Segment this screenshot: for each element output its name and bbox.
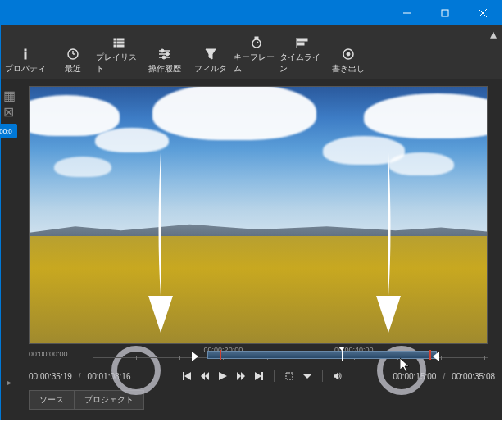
- svg-rect-14: [117, 45, 124, 47]
- play-button[interactable]: [217, 370, 229, 382]
- current-timecode[interactable]: 00:00:35:19: [29, 372, 72, 381]
- list-icon: [111, 35, 126, 50]
- toolbar-label: 最近: [65, 63, 81, 75]
- tab-project[interactable]: プロジェクト: [74, 390, 144, 410]
- svg-rect-4: [25, 49, 26, 51]
- toolbar-label: 書き出し: [332, 63, 365, 75]
- close-button[interactable]: [464, 1, 502, 25]
- svg-rect-11: [114, 42, 116, 43]
- skip-end-button[interactable]: [253, 370, 265, 382]
- tab-row: ソース プロジェクト: [1, 385, 502, 410]
- svg-line-24: [257, 42, 258, 43]
- svg-rect-33: [261, 372, 263, 380]
- app-window: ▴ プロパティ 最近 プレイリスト 操作履歴 フィルタ キーフレーム タイ: [0, 0, 502, 420]
- svg-rect-10: [117, 39, 124, 40]
- svg-rect-31: [438, 352, 439, 361]
- toolbar-label: キーフレーム: [234, 52, 279, 75]
- svg-point-20: [162, 56, 166, 59]
- transport-controls: [181, 370, 343, 382]
- toolbar-recent[interactable]: 最近: [50, 45, 96, 76]
- skip-start-button[interactable]: [181, 370, 193, 382]
- chevron-up-icon[interactable]: ▴: [490, 26, 497, 42]
- in-timecode[interactable]: 00:00:15:00: [393, 372, 437, 381]
- rewind-button[interactable]: [199, 370, 211, 382]
- ruler-track[interactable]: 00:00:20:00 00:00:40:00: [93, 348, 488, 360]
- stopwatch-icon: [249, 35, 264, 50]
- svg-rect-5: [25, 52, 26, 59]
- duration-timecode: 00:00:35:08: [452, 372, 495, 381]
- left-panel: ▦ ⊠ 00:0: [1, 79, 17, 344]
- svg-point-16: [161, 49, 164, 52]
- panel-icon-1[interactable]: ▦: [3, 88, 15, 99]
- stop-button[interactable]: [284, 370, 295, 382]
- svg-rect-30: [192, 352, 193, 361]
- timeline-area: 00:00:00:00 00:00:20:00 00:00:40:00: [1, 344, 502, 385]
- ruler-clip[interactable]: [207, 351, 437, 359]
- toolbar-label: タイムライン: [279, 52, 325, 75]
- toolbar-export[interactable]: 書き出し: [325, 45, 371, 76]
- toolbar-playlist[interactable]: プレイリスト: [96, 34, 142, 76]
- toolbar-label: フィルタ: [194, 63, 227, 75]
- svg-point-18: [166, 52, 169, 56]
- history-icon: [157, 47, 172, 61]
- svg-rect-26: [297, 43, 304, 45]
- toolbar-label: 操作履歴: [148, 63, 181, 75]
- expand-panel-button[interactable]: ▸: [4, 377, 14, 387]
- toolbar-filter[interactable]: フィルタ: [188, 45, 234, 76]
- out-point-marker[interactable]: [433, 350, 439, 360]
- in-point-marker[interactable]: [192, 350, 198, 360]
- forward-button[interactable]: [235, 370, 247, 382]
- total-timecode: 00:01:08:16: [88, 372, 131, 381]
- volume-button[interactable]: [332, 370, 343, 382]
- ruler-start-tc: 00:00:00:00: [29, 350, 86, 358]
- svg-rect-12: [117, 42, 124, 43]
- svg-rect-34: [286, 373, 293, 379]
- target-icon: [341, 47, 356, 61]
- svg-rect-25: [297, 39, 307, 41]
- svg-rect-9: [114, 39, 116, 40]
- maximize-button[interactable]: [426, 1, 464, 25]
- tab-source[interactable]: ソース: [29, 390, 75, 410]
- toolbar: プロパティ 最近 プレイリスト 操作履歴 フィルタ キーフレーム タイムライン: [1, 42, 502, 79]
- toolbar-properties[interactable]: プロパティ: [1, 45, 50, 76]
- info-icon: [18, 47, 33, 61]
- toolbar-timeline[interactable]: タイムライン: [279, 34, 325, 76]
- close-panel-icon[interactable]: ⊠: [3, 104, 15, 116]
- dropdown-icon[interactable]: [302, 370, 313, 382]
- clock-icon: [66, 47, 80, 61]
- video-preview[interactable]: [29, 86, 488, 344]
- svg-point-29: [347, 52, 350, 56]
- timecode-chip[interactable]: 00:0: [0, 124, 17, 138]
- toolbar-keyframe[interactable]: キーフレーム: [234, 34, 279, 76]
- playhead[interactable]: [342, 348, 343, 361]
- svg-rect-1: [442, 10, 448, 16]
- toolbar-label: プロパティ: [5, 63, 46, 75]
- svg-rect-22: [255, 37, 258, 39]
- bars-icon: [295, 35, 310, 50]
- toolbar-label: プレイリスト: [96, 52, 142, 75]
- svg-rect-13: [114, 45, 116, 47]
- funnel-icon: [203, 47, 218, 61]
- titlebar: [1, 1, 502, 25]
- svg-rect-32: [183, 372, 184, 380]
- minimize-button[interactable]: [388, 1, 426, 25]
- toolbar-history[interactable]: 操作履歴: [142, 45, 188, 76]
